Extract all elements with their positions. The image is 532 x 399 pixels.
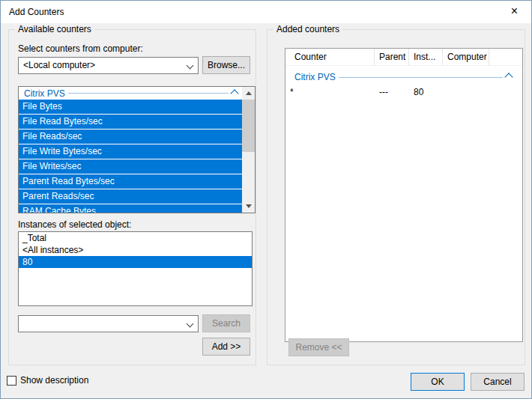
add-button[interactable]: Add >>: [202, 338, 250, 356]
counters-listbox[interactable]: Citrix PVS File Bytes File Read Bytes/se…: [18, 86, 256, 213]
cancel-button[interactable]: Cancel: [471, 373, 525, 391]
table-header: Counter Parent Inst... Computer: [285, 49, 522, 66]
counter-item[interactable]: File Write Bytes/sec: [19, 144, 242, 159]
search-button[interactable]: Search: [202, 314, 250, 332]
group-divider-line: [68, 93, 229, 94]
search-combobox[interactable]: [18, 315, 199, 332]
instances-listbox[interactable]: _Total <All instances> 80: [18, 231, 253, 306]
select-computer-label: Select counters from computer:: [18, 43, 143, 54]
close-icon[interactable]: ×: [498, 1, 531, 23]
counter-item[interactable]: File Writes/sec: [19, 159, 242, 174]
instance-item[interactable]: <All instances>: [19, 244, 252, 256]
column-header-counter[interactable]: Counter: [285, 49, 375, 65]
cell-instance: 80: [409, 85, 443, 99]
scrollbar[interactable]: [242, 87, 255, 213]
added-counters-table[interactable]: Counter Parent Inst... Computer Citrix P…: [285, 48, 523, 342]
title-bar: Add Counters ×: [1, 1, 531, 23]
counter-item[interactable]: Parent Read Bytes/sec: [19, 174, 242, 189]
cell-computer: [443, 85, 489, 99]
computer-combobox[interactable]: <Local computer>: [18, 57, 199, 74]
scroll-up-icon[interactable]: [242, 87, 255, 100]
cell-counter: *: [285, 85, 375, 99]
remove-button[interactable]: Remove <<: [288, 338, 349, 356]
scrollbar-thumb[interactable]: [242, 100, 255, 152]
table-row[interactable]: * --- 80: [285, 85, 522, 99]
show-description-checkbox-row[interactable]: Show description: [7, 375, 88, 386]
added-group-label: Citrix PVS: [294, 72, 336, 82]
instance-item-selected[interactable]: 80: [19, 256, 252, 268]
column-header-parent[interactable]: Parent: [375, 49, 409, 65]
counter-group-header[interactable]: Citrix PVS: [19, 87, 242, 100]
collapse-chevron-icon[interactable]: [504, 73, 513, 81]
computer-combobox-value: <Local computer>: [23, 58, 181, 73]
column-header-instance[interactable]: Inst...: [409, 49, 443, 65]
counter-item[interactable]: Parent Reads/sec: [19, 189, 242, 204]
instances-label: Instances of selected object:: [18, 219, 131, 230]
column-header-computer[interactable]: Computer: [443, 49, 489, 65]
counter-item[interactable]: RAM Cache Bytes: [19, 204, 242, 213]
add-counters-dialog: Add Counters × Available counters Select…: [0, 0, 532, 399]
counter-group-label: Citrix PVS: [24, 88, 65, 99]
instance-item[interactable]: _Total: [19, 232, 252, 244]
ok-button[interactable]: OK: [411, 373, 465, 391]
dialog-title: Add Counters: [9, 1, 64, 23]
scroll-down-icon[interactable]: [242, 200, 255, 213]
chevron-down-icon: [187, 62, 194, 70]
cell-parent: ---: [375, 85, 409, 99]
search-input[interactable]: [20, 317, 173, 332]
counter-item[interactable]: File Read Bytes/sec: [19, 115, 242, 129]
available-counters-group-label: Available counters: [15, 24, 94, 34]
collapse-chevron-icon[interactable]: [230, 89, 238, 97]
added-counters-group: Added counters Counter Parent Inst... Co…: [267, 29, 525, 365]
counter-item[interactable]: File Reads/sec: [19, 130, 242, 144]
browse-button[interactable]: Browse...: [202, 56, 250, 74]
added-group-row[interactable]: Citrix PVS: [285, 70, 522, 84]
added-counters-group-label: Added counters: [273, 24, 342, 34]
column-header-filler: [489, 49, 522, 65]
show-description-label: Show description: [20, 375, 88, 386]
counter-item[interactable]: File Bytes: [19, 100, 242, 114]
chevron-down-icon: [187, 320, 194, 328]
show-description-checkbox[interactable]: [7, 376, 16, 386]
group-divider-line: [339, 77, 503, 78]
available-counters-group: Available counters Select counters from …: [8, 29, 256, 365]
